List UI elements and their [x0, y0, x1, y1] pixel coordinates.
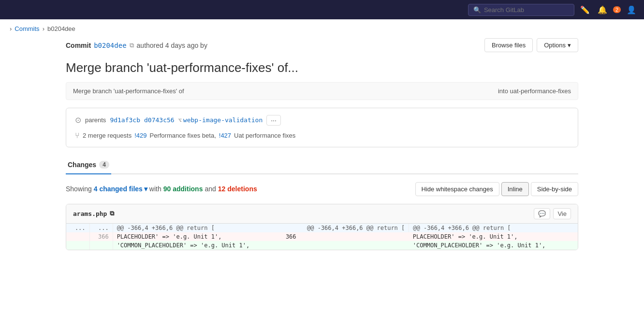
line-num-old-right: 366	[89, 232, 113, 241]
parents-label: parents	[85, 116, 106, 124]
commit-title: Merge branch 'uat-performance-fixes' of.…	[66, 60, 578, 76]
line-num-left-context: ...	[66, 224, 89, 232]
breadcrumb-sep2: ›	[43, 25, 44, 32]
copy-hash-icon[interactable]: ⧉	[130, 42, 134, 49]
search-icon: 🔍	[473, 6, 481, 14]
parent-hash-1[interactable]: 9d1af3cb	[110, 116, 140, 124]
changed-files-count[interactable]: 4 changed files ▾	[94, 185, 147, 193]
mr-prefix: 2 merge requests	[83, 132, 132, 139]
filename-text: arams.php	[73, 210, 107, 217]
edit-icon[interactable]: ✏️	[578, 3, 592, 16]
file-diff-header: arams.php ⧉ 💬 Vie	[66, 204, 578, 224]
bell-icon[interactable]: 🔔	[596, 3, 609, 16]
line-num-old	[66, 232, 89, 241]
comment-button[interactable]: 💬	[534, 208, 550, 219]
line-num-right-context: ...	[89, 224, 113, 232]
line-num-right-context2: @@ -366,4 +366,6 @@ return [	[282, 224, 409, 232]
header-buttons: Browse files Options ▾	[484, 38, 578, 52]
search-bar[interactable]: 🔍	[468, 4, 574, 16]
commit-graph-icon: ⊙	[75, 115, 81, 125]
line-old-content: PLACEHOLDER' => 'e.g. Unit 1',	[113, 232, 282, 241]
commit-message-box: Merge branch 'uat-performance-fixes' of …	[66, 82, 578, 100]
mr-1-desc: Performance fixes beta,	[149, 132, 216, 139]
chevron-down-icon: ▾	[568, 42, 571, 49]
tab-changes-label: Changes	[68, 161, 96, 169]
parent-hash-2[interactable]: d0743c56	[144, 116, 175, 124]
side-by-side-button[interactable]: Side-by-side	[531, 182, 578, 196]
tab-changes[interactable]: Changes 4	[66, 157, 111, 174]
user-icon[interactable]: 👤	[625, 3, 638, 16]
authored-text: authored 4 days ago by	[137, 42, 207, 49]
parents-row: ⊙ parents 9d1af3cb d0743c56 ⌥ webp-image…	[75, 115, 569, 126]
with-text: with	[149, 185, 161, 193]
branch-name: webp-image-validation	[183, 116, 263, 124]
breadcrumb-current: b0204dee	[47, 25, 75, 32]
file-diff: arams.php ⧉ 💬 Vie ... ... @@ -366,4 +366…	[66, 204, 578, 250]
branch-tag[interactable]: ⌥ webp-image-validation	[178, 116, 263, 124]
diff-old-row: 366 PLACEHOLDER' => 'e.g. Unit 1', 366 P…	[66, 232, 578, 241]
mr-link-1[interactable]: !429	[134, 132, 146, 139]
changes-summary: Showing 4 changed files ▾ with 90 additi…	[66, 182, 578, 196]
additions-count: 90 additions	[163, 185, 203, 193]
merge-requests-row: ⑂ 2 merge requests !429 Performance fixe…	[75, 131, 569, 140]
commit-header: Commit b0204dee ⧉ authored 4 days ago by…	[66, 38, 578, 52]
diff-context-row: ... ... @@ -366,4 +366,6 @@ return [ @@ …	[66, 224, 578, 232]
line-old-content-right: PLACEHOLDER' => 'e.g. Unit 1',	[409, 232, 578, 241]
diff-new-row: 'COMMON_PLACEHOLDER' => 'e.g. Unit 1', '…	[66, 241, 578, 250]
changes-tab-bar: Changes 4	[66, 157, 578, 174]
diff-table: ... ... @@ -366,4 +366,6 @@ return [ @@ …	[66, 224, 578, 250]
options-button[interactable]: Options ▾	[537, 38, 578, 52]
mr-2-desc: Uat performance fixes	[234, 132, 295, 139]
copy-filename-icon[interactable]: ⧉	[110, 210, 114, 217]
breadcrumb-sep: ›	[10, 25, 12, 32]
search-input[interactable]	[484, 6, 561, 14]
line-num-new-right	[89, 241, 113, 250]
line-new-content: 'COMMON_PLACEHOLDER' => 'e.g. Unit 1',	[113, 241, 282, 250]
line-new-content-right: 'COMMON_PLACEHOLDER' => 'e.g. Unit 1',	[409, 241, 578, 250]
line-num-new	[66, 241, 89, 250]
tab-changes-badge: 4	[99, 161, 109, 169]
file-name: arams.php ⧉	[73, 210, 114, 217]
showing-text: Showing	[66, 185, 92, 193]
commit-label: Commit	[66, 42, 91, 49]
notification-badge: 2	[613, 6, 621, 13]
mr-link-2[interactable]: !427	[219, 132, 231, 139]
breadcrumb-commits[interactable]: Commits	[15, 25, 39, 32]
diff-buttons: Hide whitespace changes Inline Side-by-s…	[415, 182, 579, 196]
context-text-right: @@ -366,4 +366,6 @@ return [	[409, 224, 578, 232]
branch-icon: ⌥	[178, 117, 182, 124]
context-text: @@ -366,4 +366,6 @@ return [	[113, 224, 282, 232]
breadcrumb: › Commits › b0204dee	[0, 19, 644, 38]
line-num-old-366: 366	[282, 232, 409, 241]
parents-section: ⊙ parents 9d1af3cb d0743c56 ⌥ webp-image…	[66, 108, 578, 147]
main-content: Commit b0204dee ⧉ authored 4 days ago by…	[56, 38, 588, 260]
line-num-new-right2	[282, 241, 409, 250]
chevron-files-icon: ▾	[144, 185, 147, 193]
commit-message-right: into uat-performance-fixes	[498, 87, 571, 95]
more-options-button[interactable]: ···	[266, 115, 281, 126]
commit-message-left: Merge branch 'uat-performance-fixes' of	[73, 87, 184, 95]
changed-files-number: 4 changed files	[94, 185, 143, 193]
hide-whitespace-button[interactable]: Hide whitespace changes	[415, 182, 499, 196]
file-actions: 💬 Vie	[534, 208, 571, 219]
commit-hash[interactable]: b0204dee	[94, 42, 126, 49]
inline-button[interactable]: Inline	[501, 182, 529, 196]
top-nav: 🔍 ✏️ 🔔 2 👤	[0, 0, 644, 19]
deletions-count: 12 deletions	[218, 185, 257, 193]
view-file-button[interactable]: Vie	[553, 208, 571, 219]
and-text: and	[205, 185, 216, 193]
options-label: Options	[544, 42, 566, 49]
changes-summary-left: Showing 4 changed files ▾ with 90 additi…	[66, 185, 257, 193]
browse-files-button[interactable]: Browse files	[484, 38, 533, 52]
merge-request-icon: ⑂	[75, 131, 80, 140]
commit-meta: Commit b0204dee ⧉ authored 4 days ago by	[66, 42, 207, 49]
